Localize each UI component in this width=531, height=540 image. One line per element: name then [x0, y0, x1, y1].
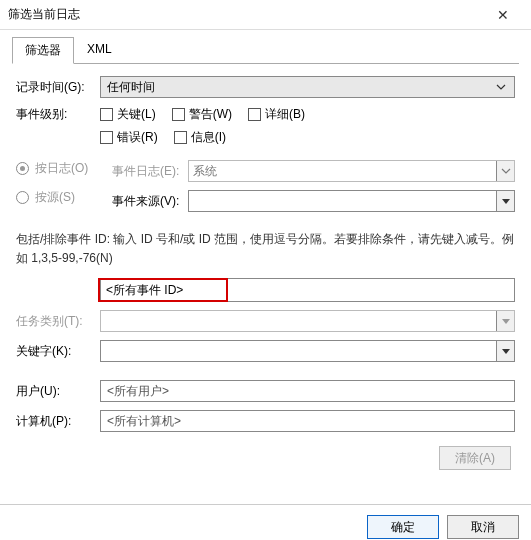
checkbox-warning-label: 警告(W) — [189, 106, 232, 123]
clear-button: 清除(A) — [439, 446, 511, 470]
radio-by-log: 按日志(O) — [16, 160, 100, 177]
filter-panel: 记录时间(G): 任何时间 事件级别: 关键(L) 警告(W) — [12, 64, 519, 480]
tab-xml[interactable]: XML — [74, 37, 125, 64]
label-event-source: 事件来源(V): — [112, 193, 188, 210]
chevron-down-icon — [496, 341, 514, 361]
event-log-select: 系统 — [188, 160, 515, 182]
svg-marker-0 — [502, 199, 510, 204]
event-id-placeholder: <所有事件 ID> — [106, 282, 183, 299]
svg-marker-2 — [502, 349, 510, 354]
tab-filter-label: 筛选器 — [25, 43, 61, 57]
checkbox-info-label: 信息(I) — [191, 129, 226, 146]
radio-by-source-label: 按源(S) — [35, 189, 75, 206]
label-event-log: 事件日志(E): — [112, 163, 188, 180]
record-time-dropdown[interactable]: 任何时间 — [100, 76, 515, 98]
svg-marker-1 — [502, 319, 510, 324]
tab-xml-label: XML — [87, 42, 112, 56]
chevron-down-icon — [496, 161, 514, 181]
close-icon[interactable]: ✕ — [483, 7, 523, 23]
radio-by-source: 按源(S) — [16, 189, 100, 206]
checkbox-error[interactable]: 错误(R) — [100, 129, 158, 146]
cancel-button-label: 取消 — [471, 519, 495, 536]
computer-input[interactable]: <所有计算机> — [100, 410, 515, 432]
keyword-select[interactable] — [100, 340, 515, 362]
dialog-footer: 确定 取消 — [0, 505, 531, 540]
checkbox-box — [174, 131, 187, 144]
checkbox-verbose-label: 详细(B) — [265, 106, 305, 123]
checkbox-info[interactable]: 信息(I) — [174, 129, 226, 146]
label-user: 用户(U): — [16, 383, 100, 400]
label-computer: 计算机(P): — [16, 413, 100, 430]
tab-strip: 筛选器 XML — [12, 36, 519, 64]
checkbox-critical-label: 关键(L) — [117, 106, 156, 123]
window-title: 筛选当前日志 — [8, 6, 483, 23]
label-keyword: 关键字(K): — [16, 343, 100, 360]
checkbox-error-label: 错误(R) — [117, 129, 158, 146]
content-area: 筛选器 XML 记录时间(G): 任何时间 事件级别: 关键(L) — [0, 30, 531, 480]
checkbox-warning[interactable]: 警告(W) — [172, 106, 232, 123]
user-input[interactable]: <所有用户> — [100, 380, 515, 402]
event-id-input[interactable]: <所有事件 ID> — [100, 278, 515, 302]
computer-placeholder: <所有计算机> — [107, 413, 181, 430]
label-record-time: 记录时间(G): — [16, 79, 100, 96]
tab-filter[interactable]: 筛选器 — [12, 37, 74, 64]
label-task-category: 任务类别(T): — [16, 313, 100, 330]
ok-button-label: 确定 — [391, 519, 415, 536]
ok-button[interactable]: 确定 — [367, 515, 439, 539]
radio-by-log-label: 按日志(O) — [35, 160, 88, 177]
checkbox-verbose[interactable]: 详细(B) — [248, 106, 305, 123]
chevron-down-icon — [496, 311, 514, 331]
cancel-button[interactable]: 取消 — [447, 515, 519, 539]
checkbox-box — [248, 108, 261, 121]
checkbox-critical[interactable]: 关键(L) — [100, 106, 156, 123]
clear-button-label: 清除(A) — [455, 450, 495, 467]
titlebar: 筛选当前日志 ✕ — [0, 0, 531, 30]
label-event-level: 事件级别: — [16, 106, 100, 123]
user-placeholder: <所有用户> — [107, 383, 169, 400]
checkbox-box — [100, 108, 113, 121]
task-category-select — [100, 310, 515, 332]
chevron-down-icon — [496, 191, 514, 211]
record-time-value: 任何时间 — [107, 79, 155, 96]
highlight-annotation: <所有事件 ID> — [98, 278, 228, 302]
checkbox-box — [100, 131, 113, 144]
event-source-select[interactable] — [188, 190, 515, 212]
radio-icon — [16, 191, 29, 204]
event-log-value: 系统 — [193, 163, 217, 180]
radio-icon — [16, 162, 29, 175]
checkbox-box — [172, 108, 185, 121]
event-id-hint: 包括/排除事件 ID: 输入 ID 号和/或 ID 范围，使用逗号分隔。若要排除… — [16, 230, 515, 268]
